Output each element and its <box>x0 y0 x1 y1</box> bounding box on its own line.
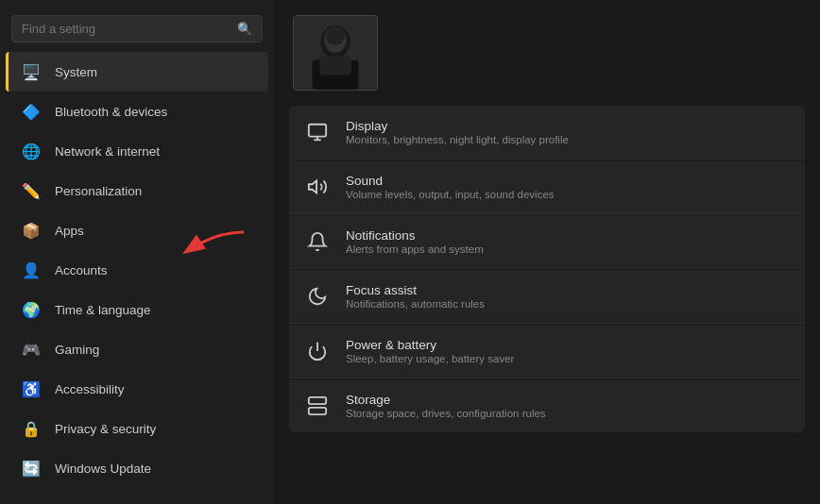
sidebar-item-label: System <box>55 65 97 79</box>
svg-rect-6 <box>309 125 326 137</box>
power-title: Power & battery <box>346 338 514 352</box>
sidebar-item-label: Personalization <box>55 184 142 198</box>
sidebar-item-update[interactable]: 🔄 Windows Update <box>6 448 268 488</box>
bluetooth-icon: 🔷 <box>21 101 42 122</box>
accounts-icon: 👤 <box>21 260 42 280</box>
settings-item-storage[interactable]: Storage Storage space, drives, configura… <box>289 379 805 432</box>
sidebar-item-personalization[interactable]: ✏️ Personalization <box>6 171 268 210</box>
accessibility-icon: ♿ <box>21 378 42 399</box>
privacy-icon: 🔒 <box>21 418 42 439</box>
main-content: Display Monitors, brightness, night ligh… <box>274 0 820 504</box>
apps-icon: 📦 <box>21 220 42 241</box>
svg-rect-12 <box>309 408 326 414</box>
display-text: Display Monitors, brightness, night ligh… <box>346 119 569 145</box>
sidebar: 🔍 🖥️ System 🔷 Bluetooth & devices 🌐 Netw… <box>0 0 274 504</box>
sidebar-item-label: Bluetooth & devices <box>55 105 167 119</box>
storage-text: Storage Storage space, drives, configura… <box>346 393 546 419</box>
focus-icon <box>304 283 331 310</box>
system-icon: 🖥️ <box>21 61 42 82</box>
display-desc: Monitors, brightness, night light, displ… <box>346 134 569 145</box>
display-title: Display <box>346 119 569 133</box>
focus-desc: Notifications, automatic rules <box>346 298 485 310</box>
personalization-icon: ✏️ <box>21 180 42 201</box>
svg-marker-9 <box>309 181 316 193</box>
notifications-desc: Alerts from apps and system <box>346 244 484 255</box>
sidebar-item-time[interactable]: 🌍 Time & language <box>6 290 268 329</box>
settings-item-notifications[interactable]: Notifications Alerts from apps and syste… <box>289 215 805 269</box>
sidebar-item-label: Accessibility <box>55 382 125 396</box>
focus-text: Focus assist Notifications, automatic ru… <box>346 283 485 310</box>
sidebar-item-label: Network & internet <box>55 144 160 159</box>
sidebar-item-accessibility[interactable]: ♿ Accessibility <box>6 369 268 409</box>
settings-item-power[interactable]: Power & battery Sleep, battery usage, ba… <box>289 325 805 378</box>
sidebar-item-network[interactable]: 🌐 Network & internet <box>6 131 268 171</box>
storage-desc: Storage space, drives, configuration rul… <box>346 408 546 419</box>
svg-rect-11 <box>309 397 326 404</box>
sidebar-item-accounts[interactable]: 👤 Accounts <box>6 250 268 290</box>
focus-title: Focus assist <box>346 283 485 297</box>
power-icon <box>304 338 331 364</box>
search-bar[interactable]: 🔍 <box>11 15 263 42</box>
settings-list: Display Monitors, brightness, night ligh… <box>289 106 805 432</box>
network-icon: 🌐 <box>21 141 42 161</box>
sidebar-item-label: Gaming <box>55 343 99 357</box>
storage-icon <box>304 393 331 419</box>
sidebar-item-system[interactable]: 🖥️ System <box>6 52 268 92</box>
svg-rect-5 <box>319 57 350 76</box>
search-input[interactable] <box>22 22 230 36</box>
sound-icon <box>304 174 331 200</box>
sound-desc: Volume levels, output, input, sound devi… <box>346 189 555 200</box>
power-text: Power & battery Sleep, battery usage, ba… <box>346 338 514 364</box>
gaming-icon: 🎮 <box>21 339 42 360</box>
storage-title: Storage <box>346 393 546 407</box>
search-icon: 🔍 <box>237 22 252 36</box>
sidebar-item-label: Privacy & security <box>55 422 156 436</box>
sidebar-item-label: Time & language <box>55 303 151 317</box>
notifications-icon <box>304 228 331 255</box>
settings-item-sound[interactable]: Sound Volume levels, output, input, soun… <box>289 160 805 214</box>
sidebar-item-apps[interactable]: 📦 Apps <box>6 210 268 250</box>
notifications-text: Notifications Alerts from apps and syste… <box>346 228 484 255</box>
time-icon: 🌍 <box>21 299 42 320</box>
display-icon <box>304 119 331 145</box>
sidebar-item-label: Apps <box>55 224 84 238</box>
sidebar-item-bluetooth[interactable]: 🔷 Bluetooth & devices <box>6 92 268 131</box>
sound-title: Sound <box>346 174 555 188</box>
update-icon: 🔄 <box>21 458 42 479</box>
svg-point-4 <box>326 27 345 46</box>
notifications-title: Notifications <box>346 228 484 243</box>
settings-item-display[interactable]: Display Monitors, brightness, night ligh… <box>289 106 805 160</box>
sidebar-item-label: Accounts <box>55 263 108 277</box>
sidebar-item-label: Windows Update <box>55 462 151 476</box>
sound-text: Sound Volume levels, output, input, soun… <box>346 174 555 200</box>
power-desc: Sleep, battery usage, battery saver <box>346 353 514 364</box>
sidebar-item-privacy[interactable]: 🔒 Privacy & security <box>6 409 268 448</box>
avatar <box>293 15 378 91</box>
profile-header <box>289 9 805 106</box>
settings-item-focus[interactable]: Focus assist Notifications, automatic ru… <box>289 270 805 324</box>
sidebar-item-gaming[interactable]: 🎮 Gaming <box>6 329 268 369</box>
